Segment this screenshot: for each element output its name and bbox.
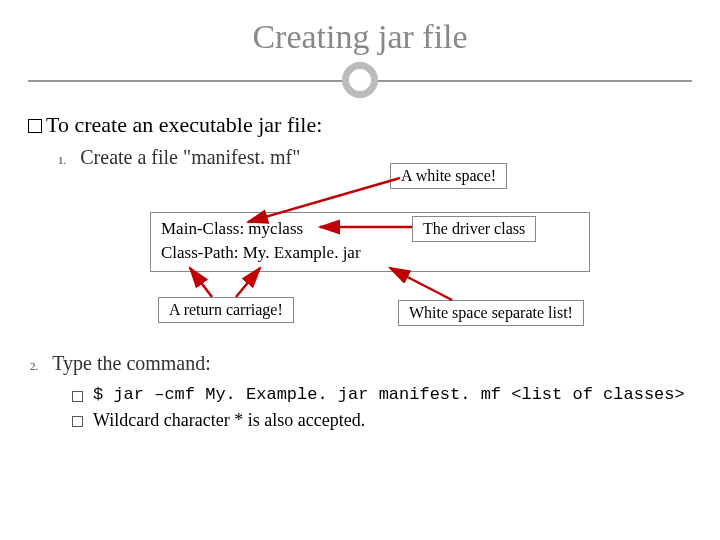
intro-bullet: To create an executable jar file:	[28, 112, 692, 138]
title-divider	[28, 62, 692, 102]
callout-white-space: A white space!	[390, 163, 507, 189]
wildcard-note-item: Wildcard character * is also accepted.	[72, 410, 692, 431]
svg-line-3	[236, 268, 260, 297]
step-2: 2. Type the command:	[30, 352, 692, 375]
callout-driver-class: The driver class	[412, 216, 536, 242]
intro-text: To create an executable jar file:	[46, 112, 322, 137]
svg-line-4	[390, 268, 452, 300]
step-2-text: Type the command:	[52, 352, 211, 375]
command-text: $ jar –cmf My. Example. jar manifest. mf…	[93, 385, 685, 404]
callout-return-carriage: A return carriage!	[158, 297, 294, 323]
callout-sep-list: White space separate list!	[398, 300, 584, 326]
step-1: 1. Create a file "manifest. mf"	[58, 146, 692, 169]
square-bullet-icon	[72, 416, 83, 427]
square-bullet-icon	[72, 391, 83, 402]
step-1-text: Create a file "manifest. mf"	[80, 146, 300, 169]
slide-title: Creating jar file	[28, 18, 692, 56]
wildcard-text: Wildcard character * is also accepted.	[93, 410, 365, 431]
svg-line-2	[190, 268, 212, 297]
step-number-1: 1.	[58, 154, 66, 166]
manifest-line-2: Class-Path: My. Example. jar	[161, 241, 579, 265]
square-bullet-icon	[28, 119, 42, 133]
command-line-item: $ jar –cmf My. Example. jar manifest. mf…	[72, 385, 692, 404]
step-number-2: 2.	[30, 360, 38, 372]
